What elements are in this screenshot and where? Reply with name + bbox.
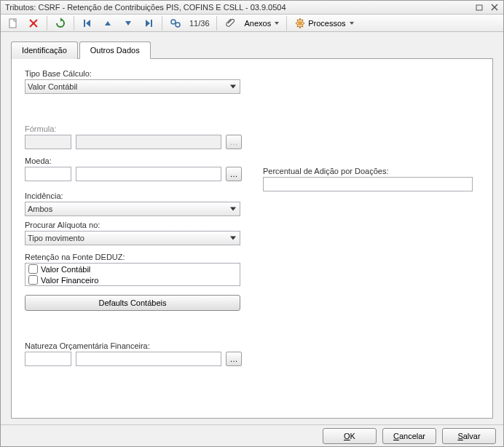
svg-rect-3 — [9, 19, 16, 28]
anexos-label: Anexos — [245, 19, 272, 28]
next-button[interactable] — [119, 15, 138, 31]
incidencia-select[interactable]: Ambos — [25, 202, 240, 216]
svg-point-15 — [298, 21, 302, 25]
incidencia-label: Incidência: — [25, 191, 479, 200]
footer: OK Cancelar Salvar — [1, 424, 503, 446]
procurar-select[interactable]: Tipo movimento — [25, 231, 240, 245]
defaults-contabeis-label: Defaults Contábeis — [99, 298, 167, 307]
retencao-check-financeiro[interactable] — [28, 275, 38, 285]
window-buttons — [476, 3, 499, 12]
natureza-desc-input[interactable] — [76, 352, 221, 366]
retencao-label-financeiro: Valor Financeiro — [41, 276, 98, 285]
ok-button[interactable]: OK — [323, 428, 377, 444]
new-button[interactable] — [4, 15, 23, 31]
retencao-checklist: Valor Contábil Valor Financeiro — [25, 263, 240, 286]
svg-point-14 — [176, 23, 180, 27]
titlebar: Tributos: CSRF - Retenção de Contribuiçõ… — [1, 1, 503, 15]
right-column: Percentual de Adição por Doações: — [263, 167, 481, 191]
defaults-contabeis-button[interactable]: Defaults Contábeis — [25, 295, 240, 311]
percentual-label: Percentual de Adição por Doações: — [263, 167, 481, 175]
moeda-lookup-button[interactable]: … — [226, 167, 242, 181]
natureza-code-input[interactable] — [25, 352, 71, 366]
find-button[interactable] — [166, 15, 185, 31]
toolbar: 11/36 Anexos Processos — [1, 15, 503, 32]
retencao-label-contabil: Valor Contábil — [41, 265, 90, 274]
formula-desc-input — [76, 135, 221, 149]
procurar-label: Procurar Alíquota no: — [25, 221, 479, 229]
cancel-button[interactable]: Cancelar — [382, 428, 436, 444]
tab-strip: Identificação Outros Dados — [11, 41, 493, 58]
processos-dropdown[interactable]: Processos — [291, 15, 357, 31]
restore-icon[interactable] — [476, 3, 484, 12]
last-button[interactable] — [139, 15, 158, 31]
processos-label: Processos — [308, 19, 345, 28]
moeda-desc-input[interactable] — [76, 167, 221, 181]
retencao-label: Retenção na Fonte DEDUZ: — [25, 253, 479, 261]
moeda-label: Moeda: — [25, 157, 479, 165]
percentual-input[interactable] — [263, 177, 473, 191]
svg-point-13 — [171, 20, 176, 24]
formula-code-input — [25, 135, 71, 149]
anexos-dropdown[interactable]: Anexos — [241, 15, 283, 31]
content-area: Identificação Outros Dados Tipo Base Cál… — [1, 32, 503, 424]
tipo-base-label: Tipo Base Cálculo: — [25, 69, 479, 78]
svg-marker-8 — [86, 20, 90, 27]
tab-identificacao[interactable]: Identificação — [11, 41, 78, 59]
tipo-base-select[interactable]: Valor Contábil — [25, 79, 240, 94]
svg-marker-9 — [105, 21, 111, 25]
svg-rect-0 — [476, 5, 482, 10]
window-title: Tributos: CSRF - Retenção de Contribuiçõ… — [5, 3, 476, 12]
retencao-item-contabil[interactable]: Valor Contábil — [25, 264, 240, 274]
formula-lookup-button: … — [226, 135, 242, 149]
gear-icon — [294, 17, 306, 29]
tab-outros-dados[interactable]: Outros Dados — [79, 41, 151, 59]
attachment-button[interactable] — [221, 15, 240, 31]
save-button[interactable]: Salvar — [442, 428, 496, 444]
retencao-item-financeiro[interactable]: Valor Financeiro — [25, 274, 240, 285]
first-button[interactable] — [78, 15, 97, 31]
close-icon[interactable] — [490, 3, 499, 12]
svg-marker-10 — [125, 21, 131, 25]
prev-button[interactable] — [98, 15, 117, 31]
svg-marker-12 — [146, 20, 150, 27]
svg-marker-6 — [60, 17, 63, 22]
main-window: Tributos: CSRF - Retenção de Contribuiçõ… — [0, 0, 504, 447]
natureza-label: Natureza Orçamentária Financeira: — [25, 341, 479, 350]
retencao-check-contabil[interactable] — [28, 264, 38, 274]
tab-panel-outros-dados: Tipo Base Cálculo: Valor Contábil Fórmul… — [11, 58, 493, 419]
chevron-down-icon — [350, 22, 354, 25]
formula-label: Fórmula: — [25, 124, 479, 133]
delete-button[interactable] — [24, 15, 43, 31]
natureza-lookup-button[interactable]: … — [226, 352, 242, 366]
record-counter: 11/36 — [186, 19, 213, 28]
chevron-down-icon — [275, 22, 279, 25]
refresh-button[interactable] — [51, 15, 70, 31]
moeda-code-input[interactable] — [25, 167, 71, 181]
